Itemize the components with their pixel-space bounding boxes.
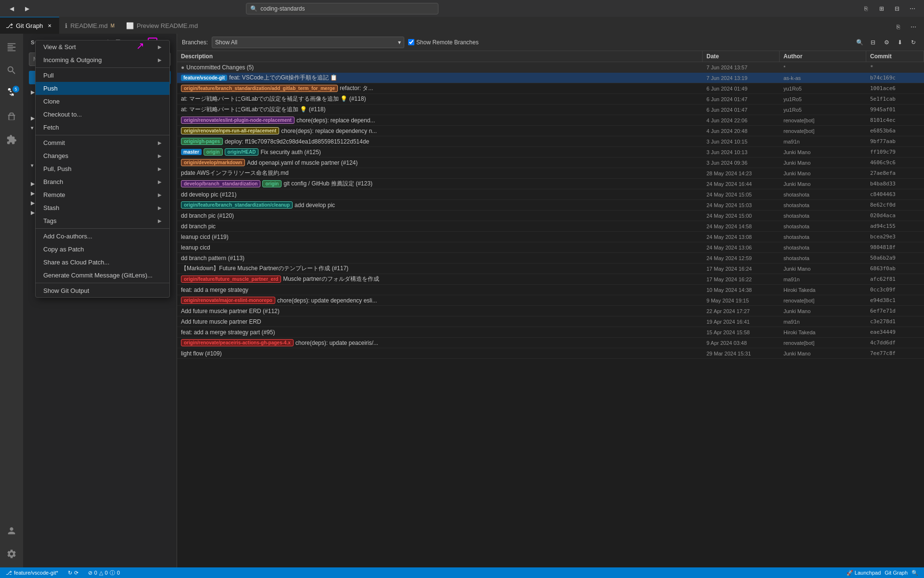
stashes-chevron: ▶ [31, 181, 35, 186]
menu-add-coauthors[interactable]: Add Co-authors... [36, 230, 169, 243]
refresh-git-btn[interactable]: ↻ [908, 37, 919, 48]
title-bar: ◀ ▶ 🔍 coding-standards ⎘ ⊞ ⊟ ⋯ [0, 0, 924, 17]
table-row[interactable]: feature/vscode-git feat: VSCode上でのGit操作手… [177, 73, 924, 83]
table-row[interactable]: feat: add a merge strategy part (#95) 15… [177, 327, 924, 338]
activity-source-control[interactable]: 5 [0, 82, 23, 105]
activity-debug[interactable] [0, 105, 23, 128]
column-settings-btn[interactable]: ⊟ [867, 37, 879, 48]
table-row[interactable]: ● Uncommitted Changes (5) 7 Jun 2024 13:… [177, 62, 924, 73]
table-row[interactable]: origin/feature/branch_standardization/ad… [177, 83, 924, 94]
forward-button[interactable]: ▶ [20, 2, 34, 15]
tag-origin-2: origin [262, 180, 282, 187]
menu-branch[interactable]: Branch ▶ [36, 175, 169, 188]
status-bar: ⎇ feature/vscode-git* ↻ ⟳ ⊘ 0 △ 0 ⓘ 0 🚀 … [0, 567, 924, 578]
activity-search[interactable] [0, 59, 23, 82]
row-desc-19: 【Markdown】Future Musche Partnerのテンプレート作成… [177, 263, 703, 274]
status-sync[interactable]: ↻ ⟳ [66, 567, 80, 578]
table-row[interactable]: pdate AWSインフラリソース命名規約.md 28 May 2024 14:… [177, 168, 924, 179]
menu-remote[interactable]: Remote ▶ [36, 188, 169, 201]
table-row[interactable]: 【Markdown】Future Musche Partnerのテンプレート作成… [177, 263, 924, 274]
menu-push[interactable]: Push [36, 82, 169, 95]
layout-button[interactable]: ⊞ [875, 2, 888, 15]
branches-dropdown[interactable]: Show All [212, 37, 404, 48]
menu-show-git-output[interactable]: Show Git Output [36, 284, 169, 297]
menu-share-cloud[interactable]: Share as Cloud Patch... [36, 256, 169, 269]
menu-commit[interactable]: Commit ▶ [36, 136, 169, 149]
status-errors[interactable]: ⊘ 0 △ 0 ⓘ 0 [86, 567, 122, 578]
tab-more-button[interactable]: ⋯ [907, 20, 920, 34]
git-table: Description Date Author Commit ● Uncommi… [177, 51, 924, 567]
git-graph-settings-btn[interactable]: ⚙ [881, 37, 892, 48]
row-desc-1: feature/vscode-git feat: VSCode上でのGit操作手… [177, 73, 703, 83]
remote-branches-checkbox-input[interactable] [408, 39, 414, 45]
split-view-button[interactable]: ⊟ [890, 2, 904, 15]
menu-checkout[interactable]: Checkout to... [36, 108, 169, 121]
menu-pull-push[interactable]: Pull, Push ▶ [36, 162, 169, 175]
branches-chevron: ▾ [31, 125, 34, 131]
fetch-btn[interactable]: ⬇ [894, 37, 906, 48]
status-launchpad[interactable]: 🚀 Launchpad [845, 567, 883, 578]
row-date-27: 29 Mar 2024 15:31 [703, 350, 780, 357]
status-git-graph[interactable]: Git Graph [883, 567, 910, 578]
table-row[interactable]: develop/branch_standardization origin gi… [177, 179, 924, 189]
activity-settings[interactable] [0, 542, 23, 565]
menu-fetch[interactable]: Fetch [36, 121, 169, 134]
table-row[interactable]: origin/renovate/npm-run-all-replacement … [177, 126, 924, 136]
menu-tags[interactable]: Tags ▶ [36, 214, 169, 227]
table-row[interactable]: leanup cicd (#119) 24 May 2024 13:08 sho… [177, 232, 924, 242]
menu-generate-commit[interactable]: Generate Commit Message (GitLens)... [36, 269, 169, 282]
table-row[interactable]: dd branch pic 24 May 2024 14:58 shotasho… [177, 221, 924, 232]
split-right-button[interactable]: ⎘ [891, 20, 905, 34]
table-row[interactable]: dd branch pattern (#113) 24 May 2024 12:… [177, 253, 924, 263]
table-row[interactable]: origin/feature/branch_standardization/cl… [177, 200, 924, 210]
status-branch[interactable]: ⎇ feature/vscode-git* [4, 567, 60, 578]
row-author-20: ma91n [780, 276, 866, 283]
row-author-15: shotashota [780, 223, 866, 230]
git-graph-close-button[interactable]: ✕ [46, 22, 53, 29]
menu-incoming-outgoing[interactable]: Incoming & Outgoing ▶ [36, 53, 169, 66]
table-row[interactable]: Add future muscle partner ERD 19 Apr 202… [177, 316, 924, 327]
table-row[interactable]: origin/renovate/major-eslint-monorepo ch… [177, 295, 924, 306]
table-row[interactable]: master origin origin/HEAD Fix security a… [177, 147, 924, 158]
table-row[interactable]: origin/renovate/eslint-plugin-node-repla… [177, 115, 924, 126]
table-row[interactable]: light flow (#109) 29 Mar 2024 15:31 Junk… [177, 348, 924, 359]
tab-readme[interactable]: ℹ README.md M [59, 17, 120, 34]
row-date-24: 19 Apr 2024 16:41 [703, 318, 780, 326]
activity-explorer[interactable] [0, 36, 23, 59]
status-zoom[interactable]: 🔍 [910, 567, 920, 578]
content-area: Branches: Show All Show Remote Branches … [177, 34, 924, 567]
tab-git-graph[interactable]: ⎇ Git Graph ✕ [0, 17, 59, 34]
table-row[interactable]: origin/renovate/peaceiris-actions-gh-pag… [177, 338, 924, 348]
table-row[interactable]: origin/develop/markdown Add openapi.yaml… [177, 158, 924, 168]
row-author-4: yu1Ro5 [780, 106, 866, 114]
back-button[interactable]: ◀ [5, 2, 18, 15]
table-row[interactable]: dd branch pic (#120) 24 May 2024 15:00 s… [177, 210, 924, 221]
menu-clone[interactable]: Clone [36, 95, 169, 108]
git-graph-tab-icon: ⎇ [6, 22, 13, 29]
table-row[interactable]: at: マージ戦略パートにGitLabでの設定を追加 💡 (#118) 6 Ju… [177, 105, 924, 115]
table-row[interactable]: origin/feature/future_muscle_partner_erd… [177, 274, 924, 285]
split-editor-button[interactable]: ⎘ [860, 2, 873, 15]
activity-extensions[interactable] [0, 128, 23, 151]
table-row[interactable]: origin/gh-pages deploy: ff19c70978c9d2c9… [177, 136, 924, 147]
menu-checkout-label: Checkout to... [43, 111, 82, 118]
menu-changes[interactable]: Changes ▶ [36, 149, 169, 162]
launchpad-label: 🚀 Launchpad [847, 570, 881, 576]
table-row[interactable]: feat: add a merge strategy 10 May 2024 1… [177, 285, 924, 295]
table-row[interactable]: Add future muscle partner ERD (#112) 22 … [177, 306, 924, 316]
table-row[interactable]: leanup cicd 24 May 2024 13:06 shotashota… [177, 242, 924, 253]
search-bar[interactable]: 🔍 coding-standards [246, 3, 438, 14]
table-row[interactable]: at: マージ戦略パートにGitLabでの設定を補足する画像を追加 💡 (#11… [177, 94, 924, 105]
menu-copy-patch[interactable]: Copy as Patch [36, 243, 169, 256]
more-button[interactable]: ⋯ [906, 2, 919, 15]
menu-view-sort-label: View & Sort [43, 43, 76, 51]
tag-branch-std: origin/feature/branch_standardization/ad… [181, 85, 338, 92]
menu-stash[interactable]: Stash ▶ [36, 201, 169, 214]
search-commits-btn[interactable]: 🔍 [854, 37, 865, 48]
menu-view-sort[interactable]: View & Sort ▶ [36, 40, 169, 53]
menu-pull[interactable]: Pull [36, 69, 169, 82]
show-remote-branches-checkbox[interactable]: Show Remote Branches [408, 39, 478, 46]
table-row[interactable]: dd develop pic (#121) 24 May 2024 15:05 … [177, 189, 924, 200]
activity-account[interactable] [0, 519, 23, 542]
tab-preview[interactable]: ⬜ Preview README.md [120, 17, 204, 34]
